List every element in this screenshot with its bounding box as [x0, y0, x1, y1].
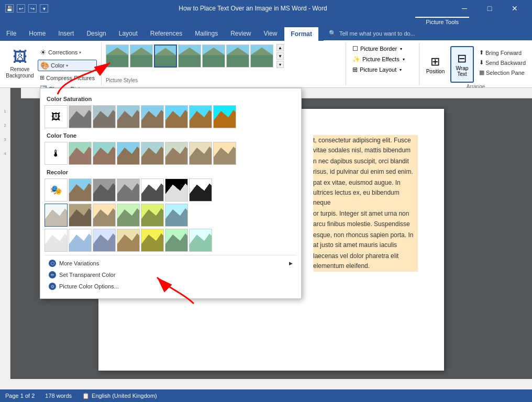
tab-file[interactable]: File: [0, 26, 23, 41]
svg-rect-1: [106, 55, 128, 67]
style-thumb-5[interactable]: [202, 44, 225, 68]
picture-color-options-item[interactable]: ⊙ Picture Color Options...: [45, 281, 297, 292]
redo-icon[interactable]: ↪: [28, 4, 37, 13]
position-label: Position: [426, 69, 445, 74]
tab-insert[interactable]: Insert: [52, 26, 80, 41]
recolor-ltgreen[interactable]: [189, 229, 212, 252]
style-thumb-1[interactable]: [106, 44, 129, 68]
recolor-ltblue2[interactable]: [93, 229, 116, 252]
tone-grid: 🌡: [45, 141, 297, 166]
sat-3[interactable]: [141, 105, 164, 128]
save-icon[interactable]: 💾: [5, 4, 14, 13]
recolor-ltblue1[interactable]: [69, 229, 92, 252]
style-thumb-4[interactable]: [178, 44, 201, 68]
style-thumb-7[interactable]: [250, 44, 273, 68]
set-transparent-item[interactable]: ✏ Set Transparent Color: [45, 269, 297, 281]
bring-forward-btn[interactable]: ⬆ Bring Forward: [477, 48, 528, 57]
picture-border-btn[interactable]: ☐ Picture Border ▾: [350, 44, 415, 53]
adjust-group: 🖼 RemoveBackground ☀ Corrections ▾ 🎨 Col…: [0, 43, 102, 85]
tab-references[interactable]: References: [144, 26, 189, 41]
recolor-sand[interactable]: [117, 229, 140, 252]
tab-mailings[interactable]: Mailings: [189, 26, 224, 41]
color-dropdown: Color Saturation 🖼 Color Tone 🌡: [40, 88, 302, 299]
tab-format[interactable]: Format: [283, 26, 319, 41]
tone-2[interactable]: [117, 142, 140, 165]
tab-view[interactable]: View: [258, 26, 284, 41]
saturation-icon[interactable]: 🖼: [45, 105, 68, 128]
position-btn[interactable]: ⊞ Position: [424, 46, 447, 83]
picture-layout-btn[interactable]: ⊞ Picture Layout ▾: [350, 65, 415, 74]
tab-review[interactable]: Review: [224, 26, 257, 41]
tone-1[interactable]: [93, 142, 116, 165]
tone-6[interactable]: [213, 142, 236, 165]
sat-4[interactable]: [165, 105, 188, 128]
maximize-btn[interactable]: □: [478, 0, 502, 17]
language: English (United Kingdom): [92, 393, 157, 399]
compress-pictures-btn[interactable]: ⊞ Compress Pictures: [38, 73, 97, 82]
close-btn[interactable]: ✕: [503, 0, 527, 17]
undo-icon[interactable]: ↩: [17, 4, 25, 13]
sat-6[interactable]: [213, 105, 236, 128]
recolor-sepia2[interactable]: [93, 204, 116, 227]
recolor-grid: 🎭 Washout: [45, 177, 297, 253]
recolor-teal[interactable]: [165, 204, 188, 227]
sat-0[interactable]: [69, 105, 92, 128]
recolor-sepia1[interactable]: [69, 204, 92, 227]
tone-5[interactable]: [189, 142, 212, 165]
sat-2[interactable]: [117, 105, 140, 128]
text-line-5: esque, non rhoncus sapien porta. In at j…: [313, 230, 418, 251]
recolor-washout[interactable]: Washout: [45, 204, 68, 227]
recolor-bw1[interactable]: [141, 178, 164, 202]
tab-design[interactable]: Design: [80, 26, 112, 41]
recolor-gray2[interactable]: [117, 178, 140, 202]
styles-scroll[interactable]: ▲ ▼ ▾: [276, 44, 284, 68]
recolor-bw3[interactable]: [189, 178, 212, 202]
position-icon: ⊞: [430, 55, 440, 69]
recolor-none[interactable]: [69, 178, 92, 202]
recolor-green2[interactable]: [165, 229, 188, 252]
recolor-white[interactable]: [45, 229, 68, 252]
picture-effects-btn[interactable]: ✨ Picture Effects ▾: [350, 54, 415, 64]
svg-rect-10: [179, 55, 201, 67]
color-btn[interactable]: 🎨 Color ▾: [38, 60, 97, 71]
tone-icon[interactable]: 🌡: [45, 142, 68, 165]
more-variations-item[interactable]: ⬡ More Variations ▶: [45, 258, 297, 269]
send-backward-btn[interactable]: ⬇ Send Backward: [477, 58, 528, 67]
sat-1[interactable]: [93, 105, 116, 128]
ribbon: 🖼 RemoveBackground ☀ Corrections ▾ 🎨 Col…: [0, 41, 532, 88]
status-bar: Page 1 of 2 178 words 📋 English (United …: [0, 389, 532, 402]
svg-rect-16: [227, 55, 249, 67]
saturation-grid: 🖼: [45, 104, 297, 129]
recolor-bw2[interactable]: [165, 178, 188, 202]
tab-home[interactable]: Home: [23, 26, 52, 41]
scroll-more-btn[interactable]: ▾: [276, 61, 284, 68]
remove-bg-icon: 🖼: [13, 48, 27, 65]
picture-layout-label: Picture Layout: [360, 66, 396, 73]
tone-0[interactable]: [69, 142, 92, 165]
style-thumb-3[interactable]: [154, 44, 177, 68]
recolor-green[interactable]: [117, 204, 140, 227]
customize-icon[interactable]: ▾: [40, 4, 48, 13]
tone-4[interactable]: [165, 142, 188, 165]
selection-pane-btn[interactable]: ▦ Selection Pane: [477, 68, 528, 77]
tab-layout[interactable]: Layout: [113, 26, 144, 41]
style-thumb-6[interactable]: [226, 44, 249, 68]
compress-label: Compress Pictures: [46, 75, 95, 81]
more-variations-icon: ⬡: [49, 260, 56, 267]
corrections-btn[interactable]: ☀ Corrections ▾: [38, 47, 97, 58]
wrap-text-btn[interactable]: ⊟ Wrap Text: [450, 46, 474, 83]
recolor-yellow[interactable]: [141, 229, 164, 252]
tone-3[interactable]: [141, 142, 164, 165]
scroll-up-btn[interactable]: ▲: [276, 44, 284, 51]
recolor-icon[interactable]: 🎭: [45, 178, 68, 202]
bring-label: Bring Forward: [485, 50, 522, 56]
recolor-row2: Washout: [45, 204, 297, 227]
minimize-btn[interactable]: ─: [452, 0, 476, 17]
style-thumb-2[interactable]: [130, 44, 153, 68]
color-label: Color: [51, 62, 64, 69]
recolor-gray1[interactable]: [93, 178, 116, 202]
sat-5[interactable]: [189, 105, 212, 128]
recolor-gold[interactable]: [141, 204, 164, 227]
scroll-down-btn[interactable]: ▼: [276, 52, 284, 60]
remove-background-btn[interactable]: 🖼 RemoveBackground: [4, 45, 36, 82]
